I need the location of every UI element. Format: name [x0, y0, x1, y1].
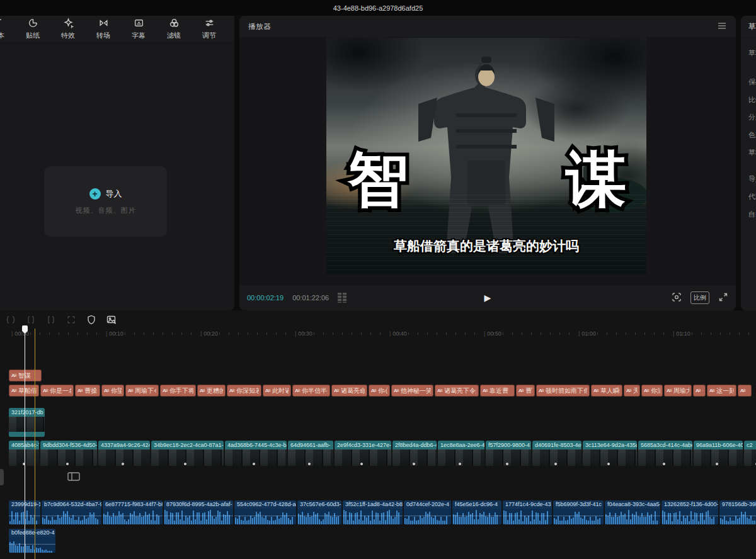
music-clip[interactable]: b0fee88e-e820-4 — [9, 529, 55, 553]
video-clip[interactable]: d40691fe-8503-4e — [532, 441, 581, 466]
video-clip[interactable]: 3c113e64-9d2a-435d- — [583, 441, 637, 466]
text-clip-icon: A≡ — [265, 388, 270, 393]
aspect-ratio-button[interactable]: 比例 — [690, 291, 709, 304]
subtitle-clip[interactable]: A≡ 他神秘一笑说自 — [391, 385, 433, 397]
preview-quality-icon[interactable] — [672, 292, 682, 303]
play-button[interactable]: ▶ — [484, 293, 491, 303]
draft-setting-item[interactable]: 色彩 — [748, 126, 756, 144]
split-clip-icon[interactable] — [5, 314, 16, 325]
draft-setting-item[interactable]: 自由 — [748, 205, 756, 223]
audio-clip[interactable]: 87930f6d-8995-4a2b-afaf- — [164, 500, 233, 524]
trim-right-icon[interactable] — [45, 314, 57, 325]
mute-shield-icon[interactable] — [86, 314, 97, 325]
video-clip[interactable]: f57f2900-9800-4 — [486, 441, 531, 466]
video-clip[interactable]: 4ad368b6-7445-4c3e-ba — [225, 441, 287, 466]
subtitle-clip[interactable]: A≡ 曹军 — [516, 385, 535, 397]
fullscreen-icon[interactable] — [718, 292, 728, 303]
subtitle-clip[interactable]: A≡ — [738, 385, 752, 397]
import-dropzone[interactable]: + 导入 视频、音频、图片 — [44, 166, 167, 237]
trim-left-icon[interactable] — [25, 314, 37, 325]
toolbar-item-captions[interactable]: 字幕 — [125, 18, 152, 40]
audio-clip[interactable]: 1774f1c4-9cde-43 — [503, 500, 552, 524]
video-clip[interactable]: 9dbdd304-f536-4d50-8 — [40, 441, 97, 466]
subtitle-clip[interactable]: A≡ 靠近曹 — [480, 385, 515, 397]
audio-clip[interactable]: b7c9d064-532d-4ba7-9 — [42, 500, 101, 524]
audio-clip[interactable]: 0d744cef-202e-4 — [404, 500, 451, 524]
frame-view-icon[interactable] — [338, 293, 346, 303]
toolbar-item-effects[interactable]: 特效 — [54, 18, 82, 40]
audio-clip[interactable]: f5b6909f-3d3f-41c — [553, 500, 604, 524]
subtitle-clip[interactable]: A≡ 你手下将士 — [160, 385, 196, 397]
draft-setting-item[interactable]: 草稿 — [748, 144, 756, 161]
cover-edit-icon[interactable] — [106, 314, 117, 325]
subtitle-clip[interactable]: A≡ 你深知若 — [227, 385, 261, 397]
keyframe-dot — [66, 463, 69, 465]
subtitle-clip[interactable]: A≡ 此时诸葛 — [263, 385, 291, 397]
subtitle-clip[interactable]: A≡ 顿时箭如雨下你 — [536, 385, 590, 397]
clip-thumbnail — [40, 449, 97, 466]
intro-video-clip[interactable]: 321f2017-db — [9, 408, 45, 437]
subtitle-clip[interactable]: A≡ 你是一名东 — [40, 385, 74, 397]
video-clip[interactable]: 64d94661-aafb- — [288, 441, 333, 466]
audio-waveform — [452, 509, 501, 524]
toolbar-item-filters[interactable]: 滤镜 — [160, 18, 188, 40]
subtitle-clip[interactable]: A≡ 周瑜下令三 — [125, 385, 159, 397]
player-panel: 播放器 — [239, 16, 736, 310]
title-text-clip[interactable]: A≡ 智谋 — [9, 370, 42, 381]
track-scroll-handle[interactable] — [0, 469, 4, 485]
toolbar-item-transition[interactable]: 转场 — [89, 18, 117, 40]
subtitle-clip[interactable]: A≡ 周瑜大喜 — [664, 385, 692, 397]
toolbar-item-text[interactable]: 文本 — [0, 18, 11, 40]
video-clip[interactable]: 4337a9a4-9c26-4246- — [98, 441, 150, 466]
subtitle-clip[interactable]: A≡ 天未 — [624, 385, 640, 397]
keyframe-dot — [413, 463, 415, 465]
subtitle-clip[interactable]: A≡ 诸葛亮下令船 — [435, 385, 479, 397]
draft-setting-item[interactable]: 草稿 — [748, 44, 756, 62]
video-clip[interactable]: 2e9f4cd3-331e-427e- — [335, 441, 391, 466]
subtitle-clip[interactable]: A≡ 这一刻你终 — [707, 385, 736, 397]
draft-setting-item[interactable]: 代理 — [748, 188, 756, 205]
subtitle-clip[interactable]: A≡ 你半信半疑但 — [292, 385, 330, 397]
audio-clip[interactable]: 6e877715-f983-44f7-b8 — [103, 500, 163, 524]
clip-label: c2 — [744, 441, 756, 449]
clip-label: 4337a9a4-9c26-4246- — [98, 441, 150, 449]
video-clip[interactable]: 1ec8e8aa-2ee6-4 — [438, 441, 484, 466]
video-clip[interactable]: 2f8bed4a-ddb6-4 — [392, 441, 437, 466]
subtitle-clip[interactable]: A≡ 曹操百 — [75, 385, 100, 397]
draft-setting-item[interactable]: 保存 — [748, 73, 756, 91]
video-clip[interactable]: 34b9ec18-2ec2-4ca0-87a1- — [151, 441, 224, 466]
audio-clip[interactable]: 554c0962-477d-428d-a8 — [234, 500, 296, 524]
keyframe-dot — [607, 463, 610, 465]
subtitle-clip[interactable]: A≡ 诸葛亮命人 — [331, 385, 367, 397]
audio-clip[interactable]: 13262852-f136-4d00- — [662, 500, 718, 524]
clip-label: 这一刻你终 — [716, 387, 734, 395]
audio-clip[interactable]: 3f52c1ff-1ad8-4a42-b8 — [343, 500, 403, 524]
transition-icon — [98, 18, 109, 30]
video-clip[interactable]: 5685a3cd-414c-4abe- — [638, 441, 692, 466]
draft-setting-item[interactable]: 导入 — [748, 170, 756, 188]
subtitle-clip[interactable]: A≡ 更糟的是 — [197, 385, 226, 397]
subtitle-clip[interactable]: A≡ 你望着 — [101, 385, 124, 397]
toolbar-item-template[interactable]: 模板 — [231, 18, 234, 40]
audio-clip[interactable]: 978156db-39bc-47ff-aa — [719, 500, 756, 524]
clip-label: b7c9d064-532d-4ba7-9 — [42, 500, 101, 509]
timeline-ruler[interactable]: 00:0000:1000:2000:3000:4000:5001:0001:10 — [0, 329, 756, 341]
toolbar-item-sticker[interactable]: 贴纸 — [19, 18, 47, 40]
audio-clip[interactable]: 37c567e6-60d3- — [297, 500, 341, 524]
video-clip[interactable]: 96a9a11b-606e-409 — [694, 441, 743, 466]
subtitle-clip[interactable]: A≡ 你清点 — [641, 385, 663, 397]
track-height-toggle-icon[interactable] — [67, 471, 81, 485]
subtitle-clip[interactable]: A≡ 你心 — [369, 385, 390, 397]
select-range-icon[interactable] — [66, 314, 77, 325]
draft-setting-item[interactable]: 分辨 — [748, 108, 756, 126]
video-clip[interactable]: c2 — [744, 441, 756, 466]
subtitle-clip[interactable]: A≡ 草人瞬间被 — [591, 385, 622, 397]
menu-icon[interactable] — [717, 21, 727, 32]
draft-setting-item[interactable]: 比例 — [748, 91, 756, 108]
toolbar-item-adjust[interactable]: 调节 — [195, 18, 223, 40]
audio-waveform — [343, 509, 403, 524]
audio-clip[interactable]: f45e5e16-dc96-4 — [452, 500, 501, 524]
clip-label: 曹军 — [525, 387, 532, 395]
audio-clip[interactable]: f04eaca8-393c-4aa5- — [605, 500, 660, 524]
subtitle-clip[interactable]: A≡ 你 — [693, 385, 706, 397]
